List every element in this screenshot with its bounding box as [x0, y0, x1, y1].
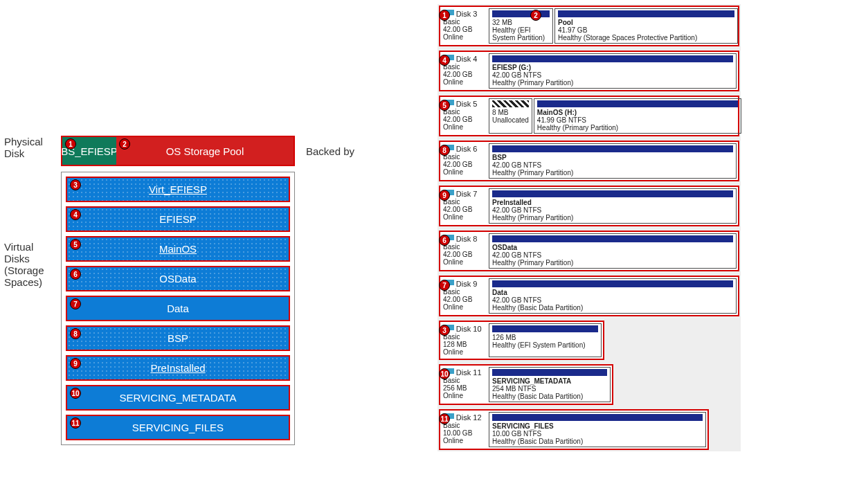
- badge-9: 9: [70, 358, 81, 369]
- vd-item-mainos: 5MainOS: [66, 236, 290, 262]
- partition: BSP42.00 GB NTFSHealthy (Primary Partiti…: [489, 143, 737, 179]
- partition-status: Healthy (Storage Spaces Protective Parti…: [558, 34, 734, 42]
- disk-size: 42.00 GB: [443, 206, 472, 213]
- partition-title: Pool: [558, 19, 734, 26]
- vd-item-bsp: 8BSP: [66, 325, 290, 351]
- disk-row-disk-7: 9 Disk 7Basic42.00 GBOnlinePreInstalled4…: [439, 186, 739, 226]
- badge-4: 4: [439, 55, 450, 66]
- vd-label: Virt_EFIESP: [149, 183, 207, 195]
- partition-bar: [492, 190, 733, 197]
- badge-7: 7: [70, 298, 81, 309]
- badge-11: 11: [70, 417, 81, 429]
- badge-7: 7: [439, 280, 450, 291]
- partition: 8 MBUnallocated: [489, 98, 532, 134]
- vd-label: SERVICING_METADATA: [120, 392, 237, 404]
- partition-title: SERVICING_FILES: [492, 422, 703, 430]
- partition-title: Data: [492, 289, 733, 296]
- disk-row-disk-5: 5 Disk 5Basic42.00 GBOnline8 MBUnallocat…: [439, 96, 739, 136]
- disk-size: 42.00 GB: [443, 116, 472, 123]
- label-physical-disk: Physical Disk: [4, 136, 54, 159]
- partition-bar: [492, 414, 703, 421]
- vd-item-efiesp: 4EFIESP: [66, 206, 290, 232]
- seg-os-storage-pool: 2 OS Storage Pool: [116, 137, 294, 165]
- partition-bar: [492, 145, 733, 152]
- disk-state: Online: [443, 78, 463, 86]
- disk-size: 42.00 GB: [443, 251, 472, 258]
- virtual-disk-stack: 3Virt_EFIESP4EFIESP5MainOS6OSData7Data8B…: [61, 172, 295, 445]
- partition-title: BSP: [492, 154, 733, 161]
- partition-bar: [492, 325, 598, 332]
- partition-status: Healthy (Basic Data Partition): [492, 393, 607, 400]
- disk-name: Disk 10: [456, 325, 482, 333]
- partition-bar: [537, 100, 738, 107]
- vd-item-preinstalled: 9PreInstalled: [66, 355, 290, 381]
- disk-size: 42.00 GB: [443, 26, 472, 33]
- partition-status: Healthy (Primary Partition): [492, 214, 733, 222]
- badge-3: 3: [70, 179, 81, 190]
- partition-status: Healthy (Primary Partition): [492, 79, 733, 87]
- partition-sub: 41.97 GB: [558, 26, 734, 34]
- partition-status: Healthy (Basic Data Partition): [492, 304, 733, 312]
- partition-sub: 42.00 GB NTFS: [492, 161, 733, 169]
- disk-state: Online: [443, 168, 463, 176]
- disk-management-list: 12 Disk 3Basic42.00 GBOnline32 MBHealthy…: [437, 4, 741, 451]
- disk-size: 10.00 GB: [443, 429, 472, 437]
- partition-status: Healthy (Primary Partition): [492, 259, 733, 267]
- partition-status: Healthy (EFI System Partition): [492, 341, 598, 349]
- physical-disk-block: 1 BS_EFIESP 2 OS Storage Pool: [61, 136, 295, 166]
- badge-5: 5: [439, 100, 450, 111]
- partition: OSData42.00 GB NTFSHealthy (Primary Part…: [489, 233, 737, 269]
- partition: MainOS (H:)41.99 GB NTFSHealthy (Primary…: [534, 98, 741, 134]
- vd-label: PreInstalled: [150, 362, 205, 374]
- badge-8: 8: [439, 145, 450, 156]
- concept-diagram: Physical Disk 1 BS_EFIESP 2 OS Storage P…: [4, 136, 354, 451]
- disk-name: Disk 6: [456, 145, 478, 153]
- disk-name: Disk 8: [456, 235, 478, 243]
- badge-1: 1: [439, 10, 450, 21]
- vd-label: BSP: [168, 332, 188, 344]
- label-virtual-disks: Virtual Disks (Storage Spaces): [4, 172, 54, 288]
- disk-state: Online: [443, 33, 463, 41]
- seg-bs-efiesp: 1 BS_EFIESP: [62, 137, 116, 165]
- partition-bar: [492, 100, 529, 107]
- disk-state: Online: [443, 437, 463, 444]
- partition-area: SERVICING_METADATA254 MB NTFSHealthy (Ba…: [487, 366, 612, 404]
- disk-name: Disk 3: [456, 10, 478, 18]
- partition-bar: [492, 369, 607, 376]
- partition-title: EFIESP (G:): [492, 64, 733, 71]
- disk-state: Online: [443, 123, 463, 131]
- disk-size: 256 MB: [443, 384, 467, 392]
- badge-11: 11: [439, 413, 450, 424]
- vd-label: OSData: [159, 273, 196, 285]
- partition-area: Data42.00 GB NTFSHealthy (Basic Data Par…: [487, 277, 738, 315]
- partition-sub: 254 MB NTFS: [492, 385, 607, 393]
- partition: SERVICING_METADATA254 MB NTFSHealthy (Ba…: [489, 367, 611, 402]
- vd-item-servicing_files: 11SERVICING_FILES: [66, 415, 290, 440]
- partition-sub: 42.00 GB NTFS: [492, 71, 733, 79]
- partition-status: Healthy (Primary Partition): [537, 124, 738, 132]
- vd-item-servicing_metadata: 10SERVICING_METADATA: [66, 385, 290, 411]
- badge-3: 3: [439, 325, 450, 336]
- partition-status: Healthy (Basic Data Partition): [492, 438, 703, 445]
- badge-2: 2: [530, 10, 541, 21]
- badge-10: 10: [70, 388, 81, 399]
- disk-state: Online: [443, 392, 463, 399]
- disk-row-disk-3: 12 Disk 3Basic42.00 GBOnline32 MBHealthy…: [439, 6, 739, 46]
- partition-sub: 42.00 GB NTFS: [492, 251, 733, 259]
- partition-sub: 8 MB: [492, 109, 529, 116]
- partition-title: PreInstalled: [492, 199, 733, 206]
- partition-title: SERVICING_METADATA: [492, 377, 607, 385]
- disk-state: Online: [443, 303, 463, 311]
- disk-row-disk-6: 8 Disk 6Basic42.00 GBOnlineBSP42.00 GB N…: [439, 141, 739, 181]
- partition-bar: [492, 55, 733, 62]
- disk-name: Disk 4: [456, 55, 478, 63]
- partition-area: 32 MBHealthy (EFI System Partition)Pool4…: [487, 7, 738, 45]
- partition-area: PreInstalled42.00 GB NTFSHealthy (Primar…: [487, 187, 738, 225]
- partition-area: OSData42.00 GB NTFSHealthy (Primary Part…: [487, 232, 738, 270]
- badge-2: 2: [119, 138, 130, 150]
- partition-bar: [558, 10, 734, 17]
- partition: 32 MBHealthy (EFI System Partition): [489, 8, 553, 44]
- badge-6: 6: [439, 235, 450, 246]
- vd-label: EFIESP: [159, 213, 196, 225]
- partition-area: SERVICING_FILES10.00 GB NTFSHealthy (Bas…: [487, 411, 707, 449]
